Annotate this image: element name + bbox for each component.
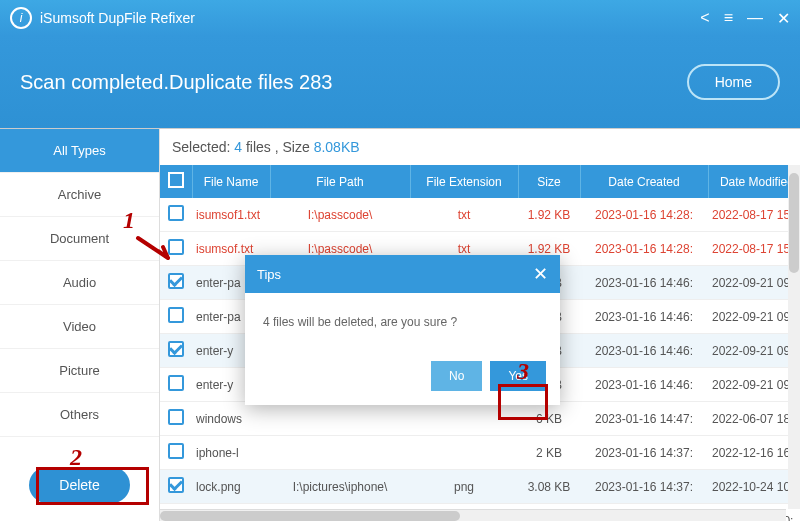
cell-ext: txt (410, 198, 518, 232)
confirm-dialog: Tips ✕ 4 files will be deleted, are you … (245, 255, 560, 405)
selected-count: 4 (234, 139, 242, 155)
cell-modified: 2022-09-21 09: (708, 368, 800, 402)
minimize-icon[interactable]: — (747, 9, 763, 28)
row-checkbox[interactable] (168, 409, 184, 425)
row-checkbox[interactable] (168, 307, 184, 323)
cell-created: 2023-01-16 14:46: (580, 368, 708, 402)
cell-created: 2023-01-16 14:46: (580, 334, 708, 368)
selected-size: 8.08KB (314, 139, 360, 155)
cell-modified: 2022-09-21 09: (708, 334, 800, 368)
cell-size: 1.92 KB (518, 198, 580, 232)
row-checkbox[interactable] (168, 273, 184, 289)
vertical-scrollbar[interactable] (788, 165, 800, 509)
header-checkbox-cell[interactable] (160, 165, 192, 198)
cell-created: 2023-01-16 14:47: (580, 402, 708, 436)
cell-filename: windows (192, 402, 270, 436)
dialog-yes-button[interactable]: Yes (490, 361, 546, 391)
table-header-row: File Name File Path File Extension Size … (160, 165, 800, 198)
horizontal-scrollbar[interactable] (160, 509, 786, 521)
delete-button[interactable]: Delete (29, 467, 129, 503)
table-row[interactable]: iphone-l2 KB2023-01-16 14:37:2022-12-16 … (160, 436, 800, 470)
cell-created: 2023-01-16 14:46: (580, 266, 708, 300)
cell-created: 2023-01-16 14:37: (580, 470, 708, 504)
sidebar-item-audio[interactable]: Audio (0, 261, 159, 305)
sidebar-item-video[interactable]: Video (0, 305, 159, 349)
selected-middle: files , Size (242, 139, 314, 155)
row-checkbox[interactable] (168, 341, 184, 357)
sidebar-item-all-types[interactable]: All Types (0, 129, 159, 173)
row-checkbox[interactable] (168, 443, 184, 459)
dialog-message: 4 files will be deleted, are you sure ? (245, 293, 560, 351)
cell-path (270, 402, 410, 436)
cell-created: 2023-01-16 14:37: (580, 436, 708, 470)
cell-created: 2023-01-16 14:46: (580, 300, 708, 334)
cell-modified: 2022-10-24 10: (708, 470, 800, 504)
cell-modified: 2022-09-21 09: (708, 266, 800, 300)
col-created[interactable]: Date Created (580, 165, 708, 198)
sidebar-item-others[interactable]: Others (0, 393, 159, 437)
cell-modified: 2022-08-17 15: (708, 232, 800, 266)
cell-ext (410, 436, 518, 470)
share-icon[interactable]: < (700, 9, 709, 28)
cell-ext (410, 402, 518, 436)
col-modified[interactable]: Date Modified (708, 165, 800, 198)
dialog-no-button[interactable]: No (431, 361, 482, 391)
menu-icon[interactable]: ≡ (724, 9, 733, 28)
cell-size: 6 KB (518, 402, 580, 436)
app-logo-icon: i (10, 7, 32, 29)
cell-ext: png (410, 470, 518, 504)
table-row[interactable]: lock.pngI:\pictures\iphone\png3.08 KB202… (160, 470, 800, 504)
col-filename[interactable]: File Name (192, 165, 270, 198)
cell-filename: lock.png (192, 470, 270, 504)
sidebar-item-document[interactable]: Document (0, 217, 159, 261)
window-controls: < ≡ — ✕ (700, 9, 790, 28)
titlebar: i iSumsoft DupFile Refixer < ≡ — ✕ (0, 0, 800, 36)
selected-prefix: Selected: (172, 139, 234, 155)
home-button[interactable]: Home (687, 64, 780, 100)
cell-path: I:\passcode\ (270, 198, 410, 232)
cell-filename: isumsof1.txt (192, 198, 270, 232)
dialog-footer: No Yes (245, 351, 560, 405)
dialog-title-text: Tips (257, 267, 281, 282)
sidebar: All TypesArchiveDocumentAudioVideoPictur… (0, 129, 160, 521)
cell-modified: 2022-09-21 09: (708, 300, 800, 334)
row-checkbox[interactable] (168, 477, 184, 493)
sidebar-item-picture[interactable]: Picture (0, 349, 159, 393)
cell-modified: 2022-12-16 16: (708, 436, 800, 470)
status-bar: Scan completed.Duplicate files 283 Home (0, 36, 800, 128)
close-icon[interactable]: ✕ (777, 9, 790, 28)
cell-created: 2023-01-16 14:28: (580, 232, 708, 266)
row-checkbox[interactable] (168, 375, 184, 391)
col-filepath[interactable]: File Path (270, 165, 410, 198)
col-ext[interactable]: File Extension (410, 165, 518, 198)
table-row[interactable]: windows6 KB2023-01-16 14:47:2022-06-07 1… (160, 402, 800, 436)
cell-modified: 2022-08-17 15: (708, 198, 800, 232)
sidebar-item-archive[interactable]: Archive (0, 173, 159, 217)
row-checkbox[interactable] (168, 205, 184, 221)
cell-path (270, 436, 410, 470)
cell-size: 3.08 KB (518, 470, 580, 504)
cell-modified: 2022-06-07 18: (708, 402, 800, 436)
cell-created: 2023-01-16 14:28: (580, 198, 708, 232)
cell-size: 2 KB (518, 436, 580, 470)
col-size[interactable]: Size (518, 165, 580, 198)
table-row[interactable]: isumsof1.txtI:\passcode\txt1.92 KB2023-0… (160, 198, 800, 232)
dialog-close-icon[interactable]: ✕ (533, 263, 548, 285)
scan-status-text: Scan completed.Duplicate files 283 (20, 71, 687, 94)
selection-summary: Selected: 4 files , Size 8.08KB (160, 129, 800, 165)
row-checkbox[interactable] (168, 239, 184, 255)
dialog-titlebar: Tips ✕ (245, 255, 560, 293)
cell-filename: iphone-l (192, 436, 270, 470)
cell-path: I:\pictures\iphone\ (270, 470, 410, 504)
select-all-checkbox[interactable] (168, 172, 184, 188)
app-title: iSumsoft DupFile Refixer (40, 10, 700, 26)
